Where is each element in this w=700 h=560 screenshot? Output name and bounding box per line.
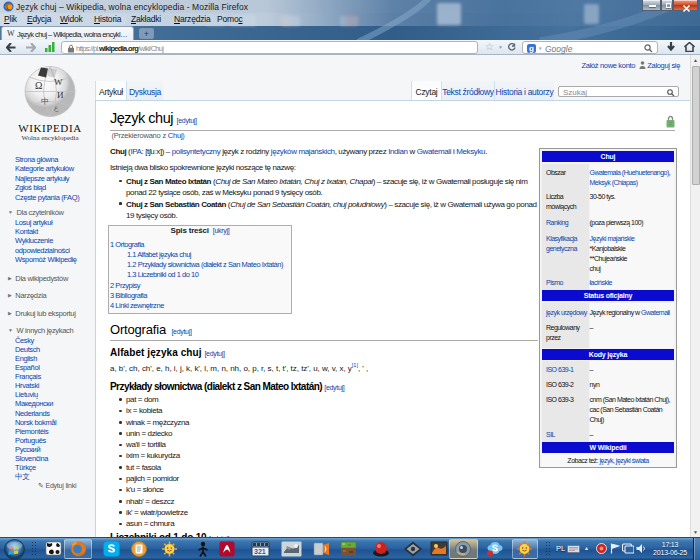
- svg-text:Ω: Ω: [35, 80, 42, 91]
- svg-text:中: 中: [41, 97, 49, 106]
- svg-text:W: W: [54, 77, 63, 87]
- svg-text:321: 321: [254, 548, 266, 555]
- svg-text:И: И: [57, 90, 64, 100]
